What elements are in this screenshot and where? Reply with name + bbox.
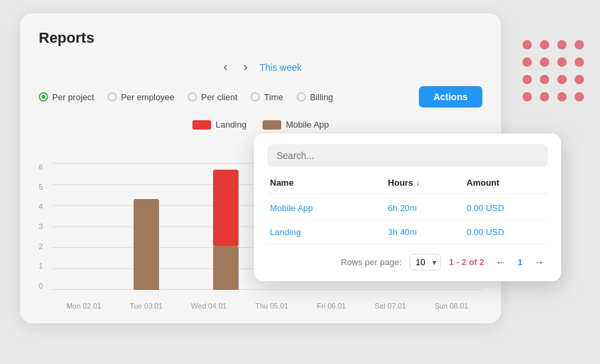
radio-per-employee: [108, 92, 117, 102]
table-header: Name Hours ↓ Amount: [267, 178, 548, 194]
prev-page-button[interactable]: ←: [492, 255, 510, 270]
dot: [540, 40, 549, 49]
x-label-sun: Sun 08.01: [434, 302, 468, 310]
y-label-3: 3: [39, 222, 47, 230]
filter-per-project-label: Per project: [52, 92, 94, 102]
bar-wed-mobile: [213, 246, 239, 290]
row-2-amount: 0.00 USD: [466, 227, 545, 237]
current-page-number: 1: [518, 257, 522, 267]
col-header-hours[interactable]: Hours ↓: [388, 178, 467, 188]
search-input[interactable]: [267, 144, 548, 167]
col-header-name: Name: [270, 178, 388, 188]
current-period-label: This week: [259, 62, 301, 73]
x-label-sat: Sat 07.01: [374, 302, 406, 310]
table-row: Landing 3h 40m 0.00 USD: [267, 220, 548, 244]
filter-billing-label: Billing: [310, 92, 333, 102]
row-2-hours: 3h 40m: [388, 227, 467, 237]
dot: [540, 75, 549, 84]
dot: [522, 57, 532, 67]
dot: [540, 57, 549, 67]
radio-time: [251, 92, 260, 102]
dropdown-panel: Name Hours ↓ Amount Mobile App 6h 20m 0.…: [254, 134, 561, 281]
pagination-row: Rows per page: 10 25 50 1 - 2 of 2 ← 1 →: [267, 254, 548, 270]
dot: [522, 75, 532, 84]
dot: [557, 40, 567, 49]
radio-per-client: [188, 92, 197, 102]
bar-group-tue: [134, 199, 159, 290]
legend-mobile-app: Mobile App: [263, 120, 329, 130]
dot: [575, 75, 584, 84]
dot-grid-decoration: [522, 40, 587, 104]
filter-per-client[interactable]: Per client: [188, 92, 237, 102]
row-1-hours: 6h 20m: [388, 203, 467, 213]
dot: [557, 75, 567, 84]
rows-per-page-label: Rows per page:: [341, 257, 402, 267]
filter-billing[interactable]: Billing: [297, 92, 333, 102]
y-label-1: 1: [39, 262, 47, 270]
dot: [540, 92, 549, 102]
y-label-2: 2: [39, 242, 47, 250]
x-label-tue: Tue 03.01: [130, 302, 162, 310]
dot: [522, 92, 532, 102]
y-axis: 0 1 2 3 4 5 6: [39, 163, 52, 310]
pagination-info: 1 - 2 of 2: [449, 257, 484, 267]
legend-landing-color: [192, 120, 211, 130]
bar-group-wed: [213, 170, 239, 290]
radio-billing: [297, 92, 306, 102]
nav-row: ‹ › This week: [39, 59, 482, 75]
dot: [557, 92, 567, 102]
filter-row: Per project Per employee Per client Time…: [39, 86, 482, 108]
y-label-4: 4: [39, 202, 47, 210]
dot: [522, 40, 532, 49]
col-header-amount: Amount: [466, 178, 545, 188]
filter-time[interactable]: Time: [251, 92, 283, 102]
dot: [575, 57, 584, 67]
y-label-0: 0: [39, 282, 47, 290]
table-row: Mobile App 6h 20m 0.00 USD: [267, 196, 548, 220]
y-label-5: 5: [39, 183, 47, 191]
legend-landing: Landing: [192, 120, 247, 130]
dot: [575, 92, 584, 102]
page-wrapper: Reports ‹ › This week Per project Per em…: [0, 0, 600, 364]
x-label-mon: Mon 02.01: [66, 302, 101, 310]
sort-icon: ↓: [416, 178, 420, 188]
filter-per-project[interactable]: Per project: [39, 92, 94, 102]
rows-per-page-select[interactable]: 10 25 50: [410, 254, 441, 270]
x-axis: Mon 02.01 Tue 03.01 Wed 04.01 Thu 05.01 …: [52, 302, 482, 310]
filter-per-client-label: Per client: [201, 92, 237, 102]
next-period-button[interactable]: ›: [239, 59, 251, 75]
chart-legend: Landing Mobile App: [39, 120, 482, 130]
bar-tue-mobile: [134, 199, 159, 290]
x-label-wed: Wed 04.01: [191, 302, 227, 310]
row-2-name[interactable]: Landing: [270, 227, 388, 237]
filter-per-employee[interactable]: Per employee: [108, 92, 174, 102]
dot: [575, 40, 584, 49]
rows-per-page-select-wrapper[interactable]: 10 25 50: [410, 254, 441, 270]
radio-per-project: [39, 92, 48, 102]
filter-per-employee-label: Per employee: [121, 92, 174, 102]
row-1-name[interactable]: Mobile App: [270, 203, 388, 213]
legend-landing-label: Landing: [216, 120, 247, 130]
y-label-6: 6: [39, 163, 47, 171]
next-page-button[interactable]: →: [531, 255, 548, 270]
x-label-thu: Thu 05.01: [255, 302, 289, 310]
x-label-fri: Fri 06.01: [317, 302, 345, 310]
row-1-amount: 0.00 USD: [466, 203, 545, 213]
page-title: Reports: [39, 29, 482, 47]
legend-mobile-app-color: [263, 120, 281, 130]
legend-mobile-app-label: Mobile App: [286, 120, 329, 130]
dot: [557, 57, 567, 67]
prev-period-button[interactable]: ‹: [219, 59, 231, 75]
bar-wed-landing: [213, 170, 239, 246]
actions-button[interactable]: Actions: [419, 86, 482, 108]
filter-time-label: Time: [264, 92, 283, 102]
